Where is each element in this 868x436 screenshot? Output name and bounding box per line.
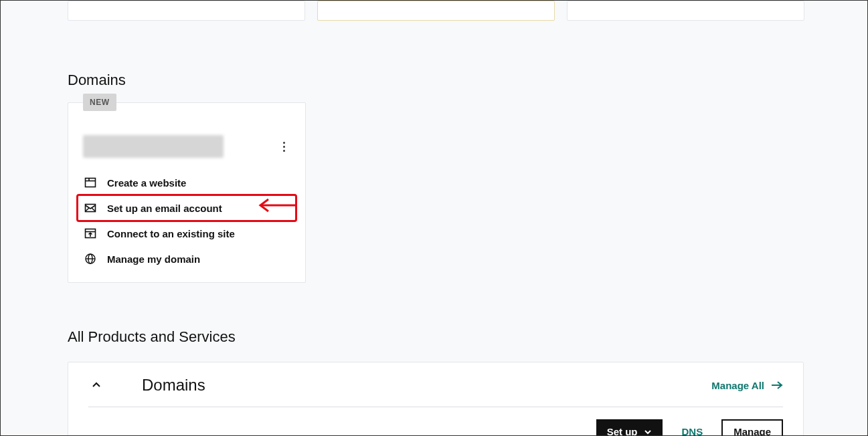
action-label: Create a website	[107, 177, 186, 189]
domain-card-header	[78, 135, 296, 165]
domain-actions-list: Create a website Set up an email account	[78, 170, 296, 271]
connect-site-icon	[84, 227, 96, 239]
panel-actions-row: Set up DNS Manage	[88, 407, 783, 436]
action-label: Connect to an existing site	[107, 228, 235, 239]
top-card	[317, 1, 555, 21]
annotation-arrow-icon	[258, 197, 298, 216]
domain-card: NEW Create a website	[68, 102, 306, 283]
manage-domain-action[interactable]: Manage my domain	[78, 246, 296, 271]
chevron-down-icon	[644, 428, 652, 436]
kebab-menu-icon[interactable]	[277, 140, 290, 153]
email-icon	[84, 202, 96, 214]
setup-button[interactable]: Set up	[596, 419, 663, 436]
svg-rect-0	[86, 179, 96, 187]
new-badge: NEW	[83, 94, 116, 111]
dns-link[interactable]: DNS	[681, 426, 703, 436]
connect-existing-site-action[interactable]: Connect to an existing site	[78, 221, 296, 246]
domains-panel-header: Domains Manage All	[88, 376, 783, 407]
domains-panel: Domains Manage All Set up DNS Manage	[68, 362, 804, 436]
manage-all-label: Manage All	[711, 380, 764, 391]
top-card	[68, 1, 305, 21]
manage-button[interactable]: Manage	[721, 419, 783, 436]
chevron-up-icon[interactable]	[88, 377, 104, 393]
all-products-title: All Products and Services	[68, 328, 236, 346]
top-card	[567, 1, 804, 21]
create-website-action[interactable]: Create a website	[78, 170, 296, 195]
top-cards-row	[1, 1, 867, 21]
panel-title: Domains	[142, 376, 711, 395]
website-icon	[84, 177, 96, 189]
domain-name-redacted	[83, 135, 224, 158]
arrow-right-icon	[771, 380, 783, 390]
manage-all-link[interactable]: Manage All	[711, 380, 783, 391]
action-label: Manage my domain	[107, 253, 200, 265]
action-label: Set up an email account	[107, 203, 222, 214]
domains-section-title: Domains	[68, 72, 126, 89]
setup-button-label: Set up	[607, 426, 638, 436]
globe-icon	[84, 253, 96, 265]
